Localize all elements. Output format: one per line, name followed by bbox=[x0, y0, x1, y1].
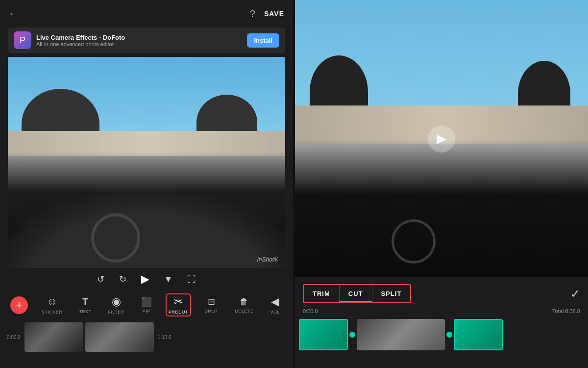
timeline-clip-2[interactable] bbox=[85, 322, 154, 352]
timeline-clip-1[interactable] bbox=[24, 322, 83, 352]
ad-banner: P Live Camera Effects - DoFoto All-in-on… bbox=[8, 27, 285, 53]
redo-button[interactable]: ↻ bbox=[119, 274, 126, 285]
pip-label: PIP bbox=[143, 309, 150, 314]
undo-button[interactable]: ↺ bbox=[97, 274, 104, 285]
edit-controls: TRIM CUT SPLIT ✓ bbox=[295, 277, 588, 307]
right-panel: ▶ TRIM CUT SPLIT ✓ 0:00.0 Total 0:36.8 bbox=[295, 0, 588, 368]
vol-label: VOL bbox=[270, 310, 280, 315]
toolbar-item-text[interactable]: T TEXT bbox=[76, 294, 95, 316]
toolbar: + ☺ STICKER T TEXT ◉ FILTER ⬛ PIP ✂ PREC… bbox=[0, 290, 293, 319]
install-button[interactable]: Install bbox=[247, 33, 279, 48]
filter-label: FILTER bbox=[108, 310, 124, 315]
header: ← ? SAVE bbox=[0, 0, 293, 27]
total-time-display: Total 0:36.8 bbox=[552, 308, 580, 314]
timeline-end-time: 1:13.6 bbox=[156, 335, 173, 340]
toolbar-item-split[interactable]: ⊟ SPLIT bbox=[202, 294, 221, 315]
vol-icon: ◀ bbox=[271, 295, 279, 308]
right-video-preview: ▶ bbox=[295, 0, 588, 277]
toolbar-item-precut[interactable]: ✂ PRECUT bbox=[166, 293, 191, 316]
right-timeline bbox=[295, 315, 588, 354]
ad-title: Live Camera Effects - DoFoto bbox=[36, 34, 242, 41]
sticker-icon: ☺ bbox=[47, 295, 57, 308]
ad-text: Live Camera Effects - DoFoto All-in-one … bbox=[36, 34, 242, 47]
current-time-display: 0:00.0 bbox=[303, 308, 318, 314]
toolbar-item-delete[interactable]: 🗑 DELETE bbox=[232, 295, 256, 315]
road-scene bbox=[8, 57, 285, 268]
timeline-start-time: 0:00.0 bbox=[5, 335, 23, 340]
right-timeline-row: 0:00.0 Total 0:36.8 bbox=[295, 307, 588, 315]
right-clip-2[interactable] bbox=[357, 319, 445, 350]
help-icon[interactable]: ? bbox=[250, 8, 255, 20]
toolbar-item-filter[interactable]: ◉ FILTER bbox=[105, 293, 127, 316]
volume-button[interactable]: ▼ bbox=[164, 274, 173, 285]
right-steering-wheel bbox=[392, 219, 436, 263]
split-label: SPLIT bbox=[205, 309, 219, 314]
right-clip-1[interactable] bbox=[299, 319, 348, 350]
right-dash bbox=[295, 139, 588, 278]
save-button[interactable]: SAVE bbox=[264, 10, 284, 18]
ad-app-icon: P bbox=[14, 31, 31, 49]
trim-cut-split-group: TRIM CUT SPLIT bbox=[303, 284, 411, 303]
toolbar-item-vol[interactable]: ◀ VOL bbox=[267, 293, 283, 316]
toolbar-item-pip[interactable]: ⬛ PIP bbox=[138, 294, 155, 315]
play-button[interactable]: ▶ bbox=[141, 273, 149, 286]
delete-label: DELETE bbox=[235, 309, 253, 314]
sticker-label: STICKER bbox=[42, 310, 63, 315]
right-clip-3[interactable] bbox=[454, 319, 503, 350]
text-label: TEXT bbox=[79, 309, 92, 314]
play-overlay-button[interactable]: ▶ bbox=[428, 125, 455, 153]
pip-icon: ⬛ bbox=[141, 296, 152, 307]
filter-icon: ◉ bbox=[112, 295, 121, 308]
dashboard-curve bbox=[8, 184, 285, 268]
precut-icon: ✂ bbox=[174, 295, 183, 308]
split-icon: ⊟ bbox=[208, 296, 215, 307]
header-right: ? SAVE bbox=[250, 8, 284, 20]
car-interior bbox=[8, 162, 285, 268]
back-button[interactable]: ← bbox=[9, 7, 20, 20]
split-button[interactable]: SPLIT bbox=[372, 285, 411, 302]
watermark: InShot® bbox=[257, 256, 278, 263]
clip-handle-1[interactable] bbox=[349, 332, 355, 338]
video-preview: InShot® bbox=[8, 57, 285, 268]
toolbar-item-sticker[interactable]: ☺ STICKER bbox=[39, 293, 66, 316]
left-timeline: 0:00.0 1:13.6 bbox=[0, 319, 293, 355]
text-icon: T bbox=[82, 296, 88, 308]
controls-row: ↺ ↻ ▶ ▼ ⛶ bbox=[0, 268, 293, 290]
fullscreen-button[interactable]: ⛶ bbox=[187, 274, 196, 285]
steering-wheel bbox=[91, 213, 140, 263]
delete-icon: 🗑 bbox=[240, 297, 248, 307]
trim-button[interactable]: TRIM bbox=[304, 285, 339, 302]
precut-label: PRECUT bbox=[169, 310, 188, 315]
left-panel: ← ? SAVE P Live Camera Effects - DoFoto … bbox=[0, 0, 293, 368]
cut-button[interactable]: CUT bbox=[339, 285, 372, 302]
confirm-button[interactable]: ✓ bbox=[570, 287, 580, 301]
clip-handle-2[interactable] bbox=[446, 332, 452, 338]
add-fab-button[interactable]: + bbox=[10, 296, 28, 314]
ad-subtitle: All-in-one advanced photo editor bbox=[36, 41, 242, 47]
